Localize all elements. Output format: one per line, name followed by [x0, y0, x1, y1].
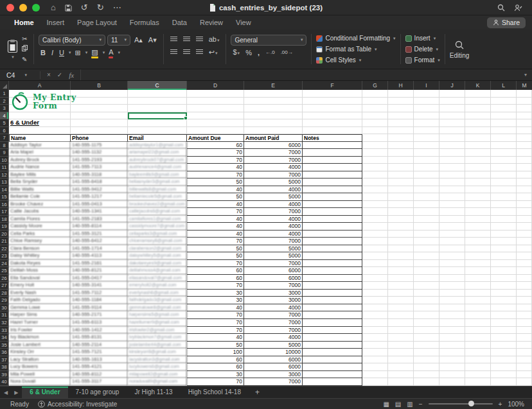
cell-M16[interactable] [517, 201, 532, 209]
row-header-39[interactable]: 39 [0, 371, 9, 379]
cell-M19[interactable] [517, 223, 532, 231]
cell-A38[interactable]: Lucy Bowers [9, 363, 71, 371]
cell-J16[interactable] [439, 201, 465, 209]
cell-D14[interactable]: 40 [187, 186, 244, 194]
cell-I39[interactable] [414, 371, 439, 379]
cell-J28[interactable] [439, 290, 465, 297]
cell-K12[interactable] [465, 171, 491, 179]
row-header-26[interactable]: 26 [0, 275, 9, 283]
selected-cell-C4[interactable] [128, 112, 187, 120]
ribbon-tab-review[interactable]: Review [193, 15, 229, 30]
comma-format-button[interactable]: , [256, 48, 262, 58]
cell-A23[interactable]: Daisy Whitley [9, 252, 71, 260]
cell-F11[interactable] [303, 164, 362, 171]
cell-D28[interactable]: 30 [187, 290, 244, 297]
cell-M13[interactable] [517, 178, 532, 186]
row-header-36[interactable]: 36 [0, 349, 9, 356]
cell-C7[interactable]: Email [128, 134, 187, 142]
cell-B8[interactable]: 140-555-1175 [71, 142, 128, 150]
cell-A14[interactable]: Billie Watts [9, 186, 71, 194]
cell-H10[interactable] [388, 157, 414, 164]
cell-I21[interactable] [414, 238, 439, 245]
cell-C40[interactable]: noraduvall9@gmail.com [128, 378, 187, 386]
cell-D33[interactable]: 70 [187, 327, 244, 335]
cell-M23[interactable] [517, 252, 532, 260]
cell-J14[interactable] [439, 186, 465, 194]
cell-A17[interactable]: Callie Jacobs [9, 208, 71, 216]
cell-L2[interactable] [491, 98, 517, 105]
cell-F8[interactable] [303, 142, 362, 150]
cell-D2[interactable] [187, 98, 244, 105]
cell-B20[interactable]: 141-555-3121 [71, 231, 128, 238]
cell-L14[interactable] [491, 186, 517, 194]
cell-A8[interactable]: Addisyn Taylor [9, 142, 71, 150]
cell-H30[interactable] [388, 304, 414, 312]
cell-H1[interactable] [388, 90, 414, 98]
cell-J20[interactable] [439, 231, 465, 238]
cell-I18[interactable] [414, 216, 439, 223]
cell-G13[interactable] [362, 178, 388, 186]
cell-D1[interactable] [187, 90, 244, 98]
cell-E4[interactable] [244, 112, 303, 120]
cell-H31[interactable] [388, 311, 414, 319]
cell-F6[interactable] [303, 127, 362, 135]
cell-F40[interactable] [303, 378, 362, 386]
zoom-slider[interactable] [429, 403, 493, 405]
select-all-corner[interactable] [0, 81, 9, 90]
editing-group[interactable]: Editing [447, 32, 473, 66]
cell-E20[interactable]: 4000 [244, 231, 303, 238]
cell-K9[interactable] [465, 149, 491, 157]
cell-C15[interactable]: bellamiecole5@gmail.com [128, 193, 187, 201]
cell-F32[interactable] [303, 319, 362, 327]
cell-H20[interactable] [388, 231, 414, 238]
cell-K20[interactable] [465, 231, 491, 238]
cell-D27[interactable]: 70 [187, 282, 244, 290]
cell-B17[interactable]: 140-555-1341 [71, 208, 128, 216]
cell-G39[interactable] [362, 371, 388, 379]
cell-G25[interactable] [362, 267, 388, 275]
cell-I12[interactable] [414, 171, 439, 179]
cell-H16[interactable] [388, 201, 414, 209]
home-icon[interactable]: ⌂ [46, 0, 60, 15]
cell-J26[interactable] [439, 275, 465, 283]
cell-K32[interactable] [465, 319, 491, 327]
cell-K14[interactable] [465, 186, 491, 194]
row-header-15[interactable]: 15 [0, 193, 9, 201]
row-header-34[interactable]: 34 [0, 334, 9, 342]
cell-F31[interactable] [303, 311, 362, 319]
cell-K26[interactable] [465, 275, 491, 283]
cell-J38[interactable] [439, 363, 465, 371]
cell-L33[interactable] [491, 327, 517, 335]
cell-L26[interactable] [491, 275, 517, 283]
cell-H25[interactable] [388, 267, 414, 275]
cell-D12[interactable]: 70 [187, 171, 244, 179]
cell-E34[interactable]: 4000 [244, 334, 303, 342]
cell-L28[interactable] [491, 290, 517, 297]
cell-I36[interactable] [414, 349, 439, 356]
cell-J40[interactable] [439, 378, 465, 386]
row-header-8[interactable]: 8 [0, 142, 9, 150]
copy-icon[interactable] [21, 45, 29, 54]
cell-B1[interactable] [71, 90, 128, 98]
ribbon-tab-page-layout[interactable]: Page Layout [71, 15, 123, 30]
cell-J19[interactable] [439, 223, 465, 231]
cell-G12[interactable] [362, 171, 388, 179]
cell-B32[interactable]: 141-555-6113 [71, 319, 128, 327]
cell-A18[interactable]: Camila Flores [9, 216, 71, 223]
cell-M8[interactable] [517, 142, 532, 150]
cell-C39[interactable]: milapowell2@gmail.com [128, 371, 187, 379]
cell-G21[interactable] [362, 238, 388, 245]
cell-D17[interactable]: 70 [187, 208, 244, 216]
align-bottom-icon[interactable] [194, 35, 205, 45]
cell-D5[interactable] [187, 119, 244, 127]
cell-I11[interactable] [414, 164, 439, 171]
cell-J2[interactable] [439, 98, 465, 105]
cell-K31[interactable] [465, 311, 491, 319]
percent-format-button[interactable]: % [244, 48, 254, 58]
cell-A13[interactable]: Bella Snyder [9, 178, 71, 186]
cell-K40[interactable] [465, 378, 491, 386]
cell-B36[interactable]: 141-555-7121 [71, 349, 128, 356]
increase-font-size-button[interactable]: A▴ [132, 35, 145, 45]
cell-C31[interactable]: harpersims5@gmail.com [128, 311, 187, 319]
cell-J24[interactable] [439, 260, 465, 268]
